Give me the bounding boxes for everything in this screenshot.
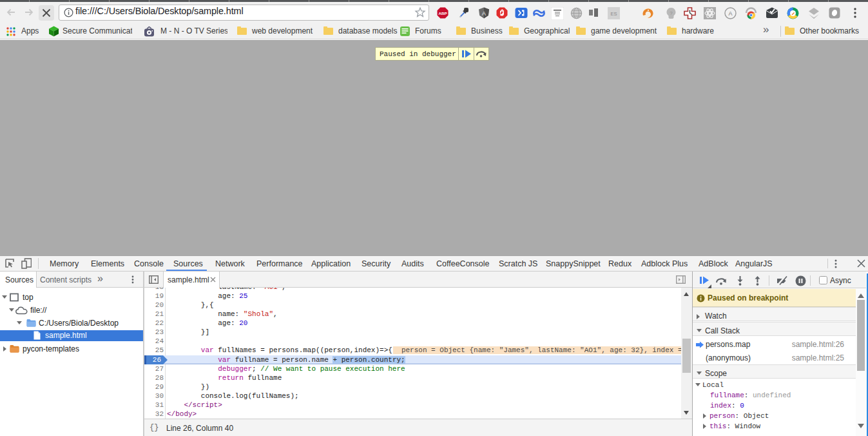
svg-text:A: A <box>482 10 487 17</box>
svg-text:A: A <box>728 10 732 17</box>
svg-text:ABP: ABP <box>438 11 447 15</box>
svg-text:ES: ES <box>610 11 617 17</box>
svg-text:?: ? <box>670 10 673 16</box>
